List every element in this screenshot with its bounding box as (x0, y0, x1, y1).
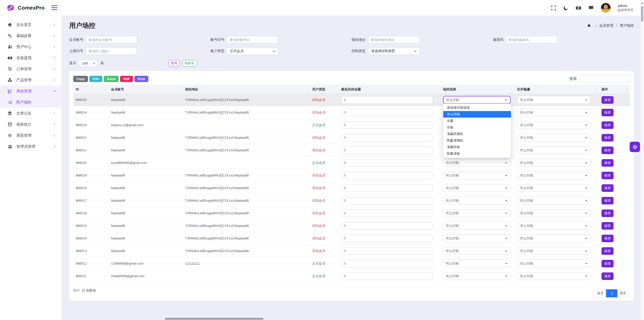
member-account-input[interactable] (86, 36, 137, 44)
save-button[interactable]: 保存 (601, 96, 614, 104)
page-button-current[interactable]: 1 (606, 289, 618, 297)
sidebar-item-coins[interactable]: 报表统计 (0, 119, 61, 130)
dropdown-option[interactable]: 涨赢跌输 (443, 144, 511, 150)
invite-code-input[interactable] (506, 36, 557, 44)
sort-arrows-icon[interactable]: ↑↓ (104, 88, 106, 91)
wallet-address-input[interactable] (368, 36, 420, 44)
leverage-select[interactable]: 停止控制 (517, 197, 591, 204)
query-button[interactable]: 查询 (168, 60, 180, 67)
control-select[interactable]: 停止控制 (443, 260, 511, 267)
settings-fab[interactable] (630, 142, 640, 152)
sidebar-item-users[interactable]: 用户中心 (0, 41, 61, 52)
min-risk-input[interactable] (341, 272, 433, 280)
leverage-select[interactable]: 停止控制 (517, 159, 591, 167)
dropdown-option[interactable]: 全赢 (443, 118, 511, 124)
sidebar-item-money[interactable]: 充值提现 (0, 52, 61, 63)
fullscreen-icon[interactable] (551, 5, 556, 11)
vertical-scrollbar-thumb[interactable] (641, 6, 643, 22)
leverage-select[interactable]: 停止控制 (517, 234, 591, 242)
export-print-button[interactable]: Print (134, 76, 148, 82)
sidebar-item-group[interactable]: 管理员管理 (0, 141, 61, 152)
control-select[interactable]: 停止控制 (443, 209, 511, 217)
sidebar-item-cart[interactable]: 订单管理 (0, 63, 61, 75)
column-header[interactable]: 最低风控金额↑↓ (339, 85, 440, 94)
column-header[interactable]: ID↑↓ (73, 85, 108, 94)
save-button[interactable]: 保存 (601, 134, 614, 141)
dropdown-option[interactable]: 跌赢涨随机 (443, 137, 511, 144)
dropdown-option[interactable]: 请选择控制选项 (443, 104, 511, 111)
save-button[interactable]: 保存 (601, 260, 614, 267)
page-size-select[interactable]: 100 (78, 60, 98, 67)
control-select[interactable]: 停止控制 (443, 222, 511, 230)
save-button[interactable]: 保存 (601, 109, 614, 116)
dark-mode-icon[interactable] (563, 5, 569, 11)
leverage-select[interactable]: 停止控制 (517, 96, 591, 104)
sort-arrows-icon[interactable]: ↑↓ (436, 88, 438, 91)
min-risk-input[interactable] (341, 197, 433, 204)
save-button[interactable]: 保存 (601, 247, 614, 255)
leverage-select[interactable]: 停止控制 (517, 222, 591, 230)
save-button[interactable]: 保存 (601, 159, 614, 167)
dropdown-option[interactable]: 涨赢跌随机 (443, 131, 511, 137)
min-risk-input[interactable] (341, 247, 433, 255)
save-button[interactable]: 保存 (601, 197, 614, 204)
export-excel-button[interactable]: Excel (104, 76, 119, 82)
leverage-select[interactable]: 停止控制 (517, 260, 591, 267)
save-button[interactable]: 保存 (601, 209, 614, 217)
sidebar-item-chart[interactable]: 风控管理 (0, 86, 61, 97)
sidebar-item-boxes[interactable]: 产品管理 (0, 75, 61, 86)
leverage-select[interactable]: 停止控制 (517, 134, 591, 141)
user-block[interactable]: admin 超级管理员 (618, 4, 634, 12)
sidebar-subitem-list[interactable]: 用户场控 (0, 97, 61, 108)
leverage-select[interactable]: 停止控制 (517, 209, 591, 217)
control-select[interactable]: 停止控制 (443, 234, 511, 242)
min-risk-input[interactable] (341, 121, 433, 129)
sidebar-item-layers[interactable]: 文章公告 (0, 108, 61, 119)
min-risk-input[interactable] (341, 235, 433, 242)
control-select[interactable]: 停止控制 (443, 272, 511, 280)
control-select[interactable]: 停止控制 (443, 184, 511, 192)
scroll-up-arrow[interactable] (641, 2, 643, 4)
export-copy-button[interactable]: Copy (73, 76, 88, 82)
control-type-select[interactable]: 请选择控制类型 (368, 47, 420, 55)
min-risk-input[interactable] (341, 172, 433, 179)
leverage-select[interactable]: 停止控制 (517, 146, 591, 154)
export-csv-button[interactable]: CSV (89, 76, 103, 82)
min-risk-input[interactable] (341, 184, 433, 192)
avatar[interactable] (601, 3, 611, 13)
export-pdf-button[interactable]: PDF (120, 76, 133, 82)
dropdown-option[interactable]: 跌赢涨输 (443, 150, 511, 157)
leverage-select[interactable]: 停止控制 (517, 272, 591, 280)
control-select[interactable]: 停止控制 (443, 197, 511, 204)
min-risk-input[interactable] (341, 260, 433, 267)
column-header[interactable]: 会员账号↑↓ (108, 85, 183, 94)
sort-arrows-icon[interactable]: ↑↓ (595, 88, 596, 91)
cashier-icon[interactable] (576, 5, 581, 11)
leverage-select[interactable]: 停止控制 (517, 247, 591, 255)
table-search-input[interactable] (580, 75, 630, 83)
save-button[interactable]: 保存 (601, 235, 614, 242)
min-risk-input[interactable] (341, 222, 433, 230)
dropdown-option[interactable]: 停止控制 (443, 111, 511, 118)
chat-icon[interactable] (588, 5, 594, 11)
sidebar-item-home[interactable]: 后台首页 (0, 19, 61, 30)
vertical-scrollbar[interactable] (640, 0, 644, 320)
breadcrumb-item-member-mgmt[interactable]: 会员管理 (599, 23, 613, 28)
min-risk-input[interactable] (341, 209, 433, 217)
control-select[interactable]: 停止控制 (443, 159, 511, 167)
breadcrumb-home-icon[interactable] (585, 22, 593, 29)
column-header[interactable]: 杠杆输赢↑↓ (515, 85, 599, 94)
leverage-select[interactable]: 停止控制 (517, 121, 591, 129)
min-risk-input[interactable] (341, 96, 433, 104)
horizontal-scrollbar-thumb[interactable] (165, 318, 263, 320)
min-risk-input[interactable] (341, 134, 433, 141)
account-type-select[interactable]: 正式会员 (227, 47, 278, 55)
control-select[interactable]: 停止控制请选择控制选项停止控制全赢全输涨赢跌随机跌赢涨随机涨赢跌输跌赢涨输 (443, 96, 511, 104)
save-button[interactable]: 保存 (601, 222, 614, 230)
page-button[interactable]: 首页 (595, 289, 606, 297)
account-id-input[interactable] (227, 36, 278, 44)
sort-arrows-icon[interactable]: ↑↓ (178, 88, 180, 91)
sidebar-toggle-icon[interactable] (51, 5, 57, 10)
save-button[interactable]: 保存 (601, 172, 614, 179)
min-risk-input[interactable] (341, 147, 433, 154)
